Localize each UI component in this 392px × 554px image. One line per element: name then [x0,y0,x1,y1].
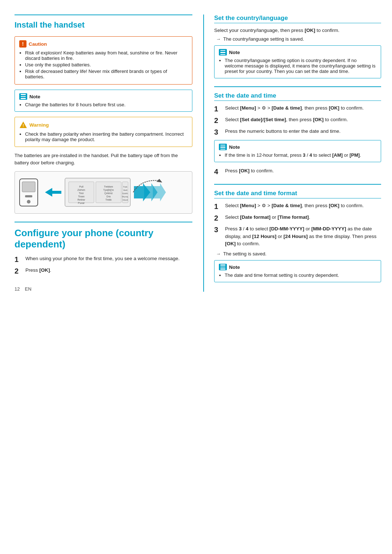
svg-rect-3 [22,182,35,192]
warning-label: Warning [29,122,49,128]
note-icon-line [21,94,26,95]
date-time-step-4: 4 Press [OK] to confirm. [214,167,381,176]
svg-marker-29 [153,183,166,201]
country-language-title: Set the country/language [214,15,381,23]
country-language-arrow: → The country/language setting is saved. [214,36,381,42]
caution-header: ! Caution [19,40,188,48]
date-time-step-3: 3 Press the numeric buttons to enter the… [214,128,381,136]
date-time-format-note-label: Note [229,264,240,270]
install-body-text: The batteries are pre-installed in the h… [15,152,192,166]
note-item-1-1: Charge the batteries for 8 hours before … [25,102,188,107]
svg-marker-6 [45,188,61,197]
date-time-format-step-3: 3 Press 3 / 4 to select [DD-MM-YYYY] or … [214,225,381,247]
svg-text:Çekiniz: Çekiniz [105,192,113,195]
caution-label: Caution [29,41,47,47]
step-num-dt-2: 2 [214,116,221,125]
svg-rect-5 [25,195,32,197]
country-language-saved-text: The country/language setting is saved. [223,36,304,42]
warning-header: ! Warning [19,121,188,129]
svg-text:Vedi: Vedi [123,189,127,191]
svg-text:!: ! [23,123,24,128]
svg-text:Trekk: Trekk [105,198,112,201]
country-language-note-list: The country/language setting option is c… [219,58,376,74]
caution-box: ! Caution Risk of explosion! Keep batter… [15,36,192,85]
gear-symbol-1: ⚙ [262,105,266,111]
right-column: Set the country/language Select your cou… [203,15,381,292]
date-time-format-note: Note The date and time format setting is… [214,260,381,282]
note-icon-line [220,147,225,148]
date-time-format-title: Set the date and time format [214,190,381,198]
warning-box: ! Warning Check the battery polarity whe… [15,117,192,147]
svg-text:Trekken: Trekken [104,185,113,188]
note-list-1: Charge the batteries for 8 hours before … [19,102,188,107]
svg-text:Tirare: Tirare [78,195,85,198]
date-time-step-1-text: Select [Menu] > ⚙ > [Date & time], then … [225,104,381,112]
step-num-dtf-1: 1 [214,202,221,211]
note-icon-line [220,149,225,150]
svg-text:Pull: Pull [79,185,83,188]
step-num-dt-1: 1 [214,104,221,113]
svg-text:Wycią.: Wycią. [122,196,128,198]
date-time-note-label: Note [229,144,240,150]
date-time-format-step-1: 1 Select [Menu] > ⚙ > [Date & time], the… [214,202,381,211]
svg-text:Dra: Dra [106,195,110,198]
date-time-step-1: 1 Select [Menu] > ⚙ > [Date & time], the… [214,104,381,113]
arrow-right-symbol-2: → [216,251,221,257]
date-time-format-saved-text: The setting is saved. [223,251,266,257]
phone-svg-area: Pull Ziehen Tirer Tirare Retirar Puxar T… [18,175,189,210]
note-icon-line [21,98,26,99]
note-icon-lines-2 [220,50,225,55]
date-time-note-item: If the time is in 12-hour format, press … [225,152,376,158]
phone-diagram: Pull Ziehen Tirer Tirare Retirar Puxar T… [15,171,192,214]
note-icon-line [21,96,26,97]
date-time-format-step-1-text: Select [Menu] > ⚙ > [Date & time], then … [225,202,381,209]
svg-text:Puxar: Puxar [78,202,85,204]
step-num-2: 2 [15,267,22,275]
gear-symbol-2: ⚙ [262,203,266,208]
note-box-1: Note Charge the batteries for 8 hours be… [15,90,192,112]
section-divider-3 [214,86,381,87]
date-time-format-step-3-text: Press 3 / 4 to select [DD-MM-YYYY] or [M… [225,225,381,247]
caution-item-1: Risk of explosion! Keep batteries away f… [25,50,188,61]
date-time-format-steps: 1 Select [Menu] > ⚙ > [Date & time], the… [214,202,381,247]
warning-icon-wrapper: ! [19,121,27,129]
page-footer: 12 EN [15,286,192,292]
country-language-note-header: Note [219,49,376,56]
note-icon-line [220,264,225,266]
country-language-note: Note The country/language setting option… [214,45,381,78]
note-icon-line [220,267,225,268]
svg-text:Tirer: Tirer [79,192,84,194]
date-time-step-2: 2 Select [Set date]/[Set time], then pre… [214,116,381,125]
configure-title: Configure your phone (country dependent) [15,227,192,250]
country-language-section: Set the country/language Select your cou… [214,15,381,78]
svg-text:Τραβήξτε: Τραβήξτε [103,189,114,192]
note-icon-lines-1 [21,94,26,99]
note-icon-line [220,54,225,55]
date-time-format-arrow: → The setting is saved. [214,251,381,257]
page-container: Install the handset ! Caution Risk of ex… [0,0,392,306]
page-number: 12 [15,286,20,292]
step-num-1: 1 [15,255,22,264]
configure-steps: 1 When using your phone for the first ti… [15,255,192,275]
date-time-format-note-list: The date and time format setting is coun… [219,272,376,278]
section-divider-1 [15,15,192,15]
date-time-step-2-text: Select [Set date]/[Set time], then press… [225,116,381,123]
configure-step-2-text: Press [OK]. [25,267,192,274]
page-lang: EN [25,286,31,292]
date-time-note-icon [219,144,227,150]
phone-battery-diagram-svg: Pull Ziehen Tirer Tirare Retirar Puxar T… [18,175,174,210]
install-handset-title: Install the handset [15,20,192,31]
warning-item-1: Check the battery polarity when insertin… [25,131,188,142]
svg-text:Ziehen: Ziehen [77,189,85,191]
date-time-steps-2: 4 Press [OK] to confirm. [214,167,381,176]
caution-list: Risk of explosion! Keep batteries away f… [19,50,188,79]
note-icon-1 [19,93,27,100]
date-time-note-header: Note [219,144,376,150]
date-time-format-note-header: Note [219,264,376,270]
date-time-format-note-item: The date and time format setting is coun… [225,272,376,278]
svg-point-4 [27,200,30,204]
caution-icon: ! [19,40,26,48]
country-language-note-label: Note [229,50,240,55]
section-divider-2 [15,222,192,222]
note-icon-lines-3 [220,145,225,150]
